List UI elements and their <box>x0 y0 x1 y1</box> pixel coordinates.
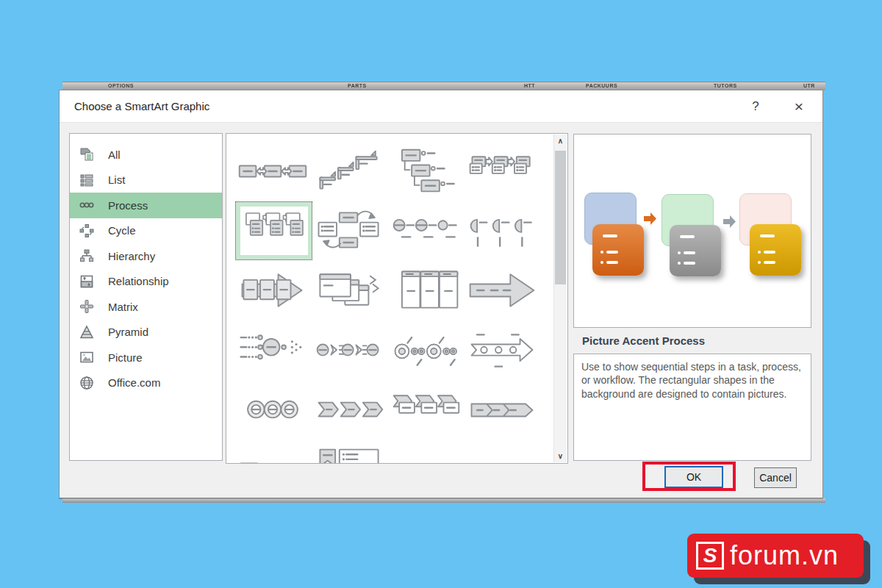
selected-thumbnail-canvas <box>240 207 308 255</box>
gallery-item-rings-ticks[interactable] <box>388 322 463 379</box>
relationship-icon <box>79 274 95 289</box>
help-icon[interactable]: ? <box>752 100 759 112</box>
process-icon <box>79 198 95 212</box>
preview-title: Picture Accent Process <box>582 334 705 347</box>
hierarchy-icon <box>79 248 95 263</box>
sidebar-item-label: Picture <box>108 351 143 364</box>
gallery-item-half-circles[interactable] <box>465 201 539 259</box>
gallery-item-step-up[interactable] <box>312 143 387 200</box>
sidebar-item-picture[interactable]: Picture <box>70 345 222 370</box>
sidebar-item-label: Process <box>108 199 148 212</box>
gallery-item-picture-accent-process[interactable] <box>235 201 312 260</box>
sidebar-item-process[interactable]: Process <box>70 193 222 218</box>
gallery-item-arrow-circles[interactable] <box>465 322 539 379</box>
preview-front-square <box>750 224 801 276</box>
gallery-item-boxes-chevrons[interactable] <box>235 143 310 200</box>
sidebar-item-matrix[interactable]: Matrix <box>70 294 222 320</box>
sforum-logo-icon: S <box>696 542 724 570</box>
cancel-button[interactable]: Cancel <box>754 467 797 488</box>
sidebar-item-label: List <box>108 173 125 186</box>
preview-front-square <box>592 224 644 276</box>
gallery-item-chevron-boxes[interactable] <box>388 381 463 439</box>
window-header-fragment: PARTS <box>348 83 367 87</box>
gallery-item-alternating-flow[interactable] <box>312 201 387 259</box>
picture-icon <box>79 350 95 365</box>
dialog-title: Choose a SmartArt Graphic <box>74 100 209 112</box>
sforum-logo-text: forum.vn <box>730 540 839 571</box>
sidebar-item-hierarchy[interactable]: Hierarchy <box>70 243 222 269</box>
cycle-icon <box>79 223 95 238</box>
gallery-item-staggered-boxes[interactable] <box>388 143 463 200</box>
sidebar-item-relationship[interactable]: Relationship <box>70 269 222 295</box>
sidebar-item-pyramid[interactable]: Pyramid <box>70 320 222 345</box>
window-header-fragment: PACKUURS <box>586 83 617 87</box>
window-header-fragment: TUTORS <box>714 83 737 87</box>
gallery-item-stacked-pages-arrow[interactable] <box>312 262 387 319</box>
gallery-item-circle-dash-timeline[interactable] <box>388 201 463 259</box>
sidebar-item-label: Relationship <box>108 275 169 287</box>
layout-gallery: ∧ ∨ <box>226 133 568 464</box>
gallery-item-chevron-process[interactable] <box>312 381 387 439</box>
scroll-down-icon[interactable]: ∨ <box>554 450 567 462</box>
sidebar-item-label: Hierarchy <box>108 250 155 262</box>
window-header-fragment: UTR <box>803 83 815 87</box>
window-header-fragment: OPTIONS <box>108 83 134 87</box>
underlying-window-bottom-edge <box>62 498 825 503</box>
gallery-item-faint-marks-2[interactable] <box>465 441 539 464</box>
list-icon <box>79 173 95 187</box>
all-icon <box>79 147 95 162</box>
preview-step-arrow-icon <box>723 215 736 228</box>
window-header-fragment: HTT <box>524 83 535 87</box>
sforum-watermark: S forum.vn <box>687 534 864 578</box>
smartart-dialog: Choose a SmartArt Graphic ? × All List P… <box>59 90 823 498</box>
gallery-item-chevron-bar-2[interactable] <box>235 441 310 464</box>
preview-step-arrow-icon <box>644 212 656 225</box>
gallery-item-flag-list[interactable] <box>312 441 387 464</box>
gallery-item-vertical-panels[interactable] <box>388 262 463 319</box>
sidebar-item-label: Office.com <box>108 376 160 389</box>
globe-icon <box>79 376 95 390</box>
pyramid-icon <box>79 325 95 340</box>
preview-front-square <box>670 225 721 276</box>
gallery-scrollbar[interactable]: ∧ ∨ <box>553 135 567 462</box>
gallery-item-radial-dots[interactable] <box>235 322 310 379</box>
scroll-up-icon[interactable]: ∧ <box>554 135 567 147</box>
preview-description: Use to show sequential steps in a task, … <box>573 354 811 461</box>
matrix-icon <box>79 299 95 314</box>
dialog-titlebar: Choose a SmartArt Graphic ? × <box>60 90 822 123</box>
sidebar-item-label: All <box>108 148 121 161</box>
sidebar-item-label: Cycle <box>108 224 136 237</box>
gallery-item-chevron-bar[interactable] <box>465 381 539 439</box>
gallery-item-faint-marks[interactable] <box>388 441 463 464</box>
ok-button[interactable]: OK <box>664 466 723 488</box>
sidebar-item-label: Matrix <box>108 301 138 313</box>
gallery-item-boxes-big-arrow[interactable] <box>235 262 310 319</box>
scrollbar-thumb[interactable] <box>555 151 566 284</box>
sidebar-item-list[interactable]: List <box>70 168 222 193</box>
sidebar-item-cycle[interactable]: Cycle <box>70 218 222 244</box>
gallery-item-big-arrow-dashes[interactable] <box>465 262 539 319</box>
category-sidebar: All List Process Cycle Hierarchy Relatio… <box>69 133 223 461</box>
gallery-item-circles-chevrons[interactable] <box>312 322 387 379</box>
gallery-item-linked-rings[interactable] <box>235 381 310 439</box>
gallery-item-paired-boxes-arrows[interactable] <box>465 143 539 200</box>
close-icon[interactable]: × <box>795 98 803 114</box>
sidebar-item-all[interactable]: All <box>70 142 222 168</box>
sidebar-item-officecom[interactable]: Office.com <box>70 370 222 396</box>
sidebar-item-label: Pyramid <box>108 326 148 338</box>
preview-pane <box>573 134 811 328</box>
